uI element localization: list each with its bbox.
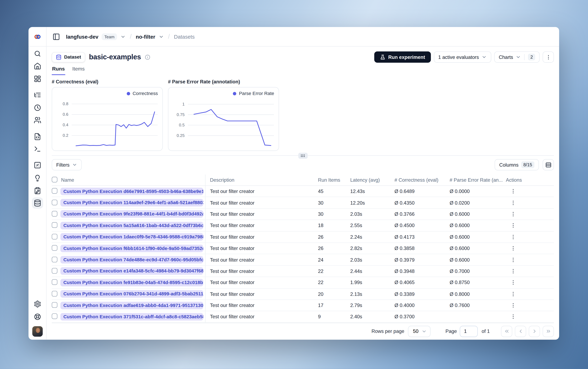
tab-runs[interactable]: Runs: [52, 66, 65, 75]
button-divider: [524, 54, 525, 60]
org-chevron-down-icon[interactable]: [120, 34, 126, 39]
row-actions-button[interactable]: [510, 279, 517, 286]
row-checkbox[interactable]: [52, 279, 58, 285]
row-checkbox[interactable]: [52, 302, 58, 308]
column-header-parse-error-rate[interactable]: # Parse Error Rate (an...: [449, 177, 506, 183]
cell-correctness: Ø 0.3389: [394, 291, 449, 297]
cell-run-items: 22: [318, 280, 350, 286]
run-name-link[interactable]: Custom Python Execution 5a15a616-1bab-44…: [60, 222, 203, 229]
datasets-database-icon[interactable]: [32, 197, 43, 209]
project-chevron-down-icon[interactable]: [159, 34, 164, 39]
playground-terminal-icon[interactable]: [34, 145, 41, 153]
run-name-link[interactable]: Custom Python Execution 9fe23f98-881e-44…: [60, 210, 203, 218]
previous-page-button[interactable]: [515, 326, 526, 337]
cell-correctness: Ø 0.6489: [394, 188, 449, 194]
langfuse-logo-icon[interactable]: [33, 32, 42, 41]
row-actions-button[interactable]: [510, 200, 517, 206]
charts-row: # Correctness (eval) 0.20.40.60.8 Correc…: [52, 79, 554, 151]
column-header-description[interactable]: Description: [206, 177, 318, 183]
table-body: Custom Python Execution d66e7991-8595-45…: [52, 186, 554, 323]
next-page-button[interactable]: [529, 326, 540, 337]
row-actions-button[interactable]: [510, 222, 517, 229]
users-icon[interactable]: [34, 116, 41, 124]
breadcrumb-project[interactable]: no-filter: [136, 34, 155, 40]
dashboard-icon[interactable]: [34, 75, 41, 82]
column-header-name[interactable]: Name: [60, 174, 206, 185]
column-header-run-items[interactable]: Run Items: [318, 177, 350, 183]
tab-items[interactable]: Items: [72, 66, 85, 75]
row-checkbox[interactable]: [52, 268, 58, 274]
tracing-tree-icon[interactable]: [34, 91, 41, 99]
cell-latency: 2.55s: [350, 223, 394, 228]
row-checkbox[interactable]: [52, 211, 58, 216]
run-name-link[interactable]: Custom Python Execution adfae619-abb0-4d…: [60, 302, 203, 309]
columns-button[interactable]: Columns 8/15: [495, 159, 539, 170]
cell-latency: 2.82s: [350, 246, 394, 251]
row-actions-button[interactable]: [510, 302, 517, 308]
row-height-button[interactable]: [543, 159, 554, 170]
resize-grip-handle[interactable]: [298, 153, 307, 159]
row-checkbox[interactable]: [52, 314, 58, 319]
run-name-link[interactable]: Custom Python Execution 076b2704-341d-48…: [60, 290, 203, 298]
row-checkbox[interactable]: [52, 188, 58, 194]
cell-correctness: Ø 0.3700: [394, 314, 449, 319]
charts-dropdown-button[interactable]: Charts 2: [494, 51, 539, 63]
sessions-clock-icon[interactable]: [34, 104, 41, 112]
table-row: Custom Python Execution fe91b83e-04a5-47…: [52, 277, 554, 288]
evaluators-lightbulb-icon[interactable]: [34, 174, 41, 182]
user-avatar[interactable]: [32, 326, 42, 337]
table-toolbar: Filters Columns 8/15: [52, 159, 554, 170]
more-actions-button[interactable]: [543, 51, 554, 63]
chevron-left-icon: [518, 328, 523, 334]
run-name-link[interactable]: Custom Python Execution d66e7991-8595-45…: [60, 187, 203, 195]
run-name-link[interactable]: Custom Python Execution 1daec0f9-5e78-43…: [60, 233, 203, 241]
row-actions-button[interactable]: [510, 211, 517, 217]
cell-run-items: 22: [318, 268, 350, 274]
prompts-file-code-icon[interactable]: [34, 133, 41, 140]
row-checkbox[interactable]: [52, 291, 58, 297]
scores-percent-icon[interactable]: [34, 161, 41, 169]
run-name-link[interactable]: Custom Python Execution fe91b83e-04a5-47…: [60, 279, 203, 287]
page-number-input[interactable]: [460, 326, 478, 337]
row-actions-button[interactable]: [510, 314, 517, 320]
filters-button[interactable]: Filters: [52, 159, 82, 170]
search-icon[interactable]: [34, 50, 41, 57]
row-checkbox[interactable]: [52, 222, 58, 228]
first-page-button[interactable]: [501, 326, 512, 337]
row-actions-button[interactable]: [510, 291, 517, 297]
evaluators-dropdown-button[interactable]: 1 active evaluators: [434, 51, 491, 63]
dataset-entity-badge: Dataset: [52, 52, 85, 62]
row-checkbox[interactable]: [52, 234, 58, 239]
row-actions-button[interactable]: [510, 245, 517, 252]
breadcrumb-org[interactable]: langfuse-dev: [66, 34, 98, 40]
last-page-button[interactable]: [543, 326, 554, 337]
row-checkbox[interactable]: [52, 245, 58, 251]
row-checkbox[interactable]: [52, 200, 58, 205]
support-lifebuoy-icon[interactable]: [34, 313, 41, 321]
run-name-link[interactable]: Custom Python Execution 114aa9ef-29e6-4e…: [60, 199, 203, 206]
row-checkbox[interactable]: [52, 256, 58, 262]
row-actions-button[interactable]: [510, 256, 517, 263]
rows-per-page-select[interactable]: 50: [408, 326, 431, 337]
column-header-latency[interactable]: Latency (avg): [350, 177, 394, 183]
select-all-checkbox[interactable]: [52, 177, 58, 183]
settings-gear-icon[interactable]: [34, 300, 41, 308]
run-name-link[interactable]: Custom Python Execution e14fa348-5cfc-49…: [60, 267, 203, 275]
run-experiment-button[interactable]: Run experiment: [374, 51, 431, 63]
main-content: Dataset basic-examples Run experiment 1 …: [46, 46, 559, 340]
row-actions-button[interactable]: [510, 268, 517, 274]
sidebar-toggle-button[interactable]: [53, 33, 60, 40]
info-icon[interactable]: [145, 54, 150, 60]
run-name-link[interactable]: Custom Python Execution 74de488e-ec9d-47…: [60, 256, 203, 264]
table-row: Custom Python Execution 114aa9ef-29e6-4e…: [52, 197, 554, 209]
breadcrumb-section[interactable]: Datasets: [174, 34, 195, 40]
column-header-correctness[interactable]: # Correctness (eval): [394, 177, 449, 183]
legend-dot-icon: [233, 92, 236, 95]
run-name-link[interactable]: Custom Python Execution f6bb1614-1f90-40…: [60, 245, 203, 252]
row-actions-button[interactable]: [510, 234, 517, 240]
home-icon[interactable]: [34, 62, 41, 70]
svg-text:0.75: 0.75: [177, 112, 185, 117]
annotation-clipboard-icon[interactable]: [34, 187, 41, 195]
run-name-link[interactable]: Custom Python Execution 371f531c-abff-4d…: [60, 313, 203, 320]
row-actions-button[interactable]: [510, 188, 517, 195]
